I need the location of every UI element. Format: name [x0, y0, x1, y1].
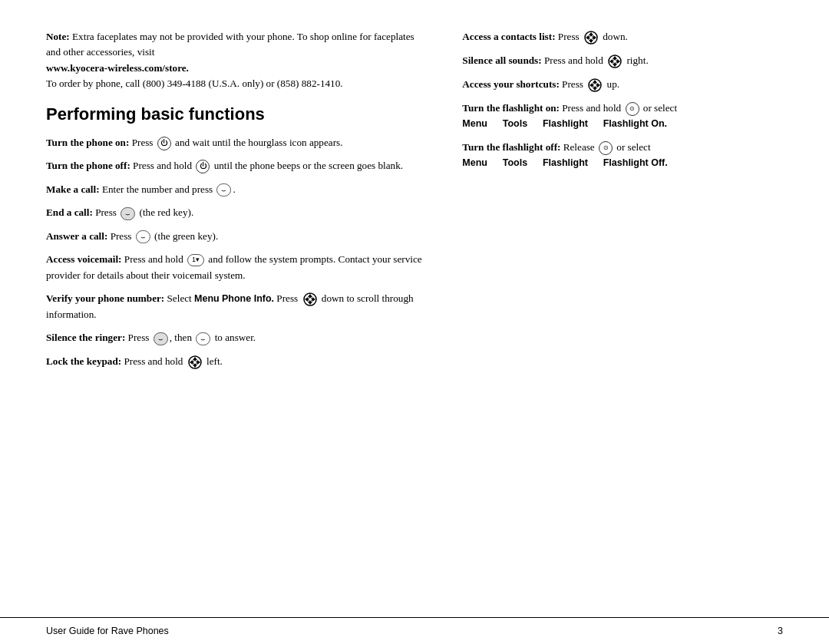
svg-marker-3	[305, 297, 308, 302]
phoneinfo-word: Phone Info.	[222, 293, 274, 304]
menu-word2: Menu	[462, 118, 487, 129]
svg-marker-28	[597, 83, 600, 88]
item-voicemail: Access voicemail: Press and hold 1▾ and …	[46, 252, 422, 283]
note-text1: Extra faceplates may not be provided wit…	[46, 31, 414, 58]
item-label: Access voicemail:	[46, 253, 122, 265]
svg-point-17	[589, 35, 593, 39]
svg-marker-27	[590, 83, 593, 88]
power-icon: ⏻	[157, 137, 171, 150]
item-flashlight-on: Turn the flashlight on: Press and hold ⊙…	[462, 101, 783, 132]
item-contacts: Access a contacts list: Press down.	[462, 29, 783, 45]
tools-word2: Tools	[503, 157, 527, 168]
svg-marker-19	[613, 56, 617, 59]
center-key-icon2: ⊙	[599, 141, 613, 155]
item-label: Lock the keypad:	[46, 355, 121, 367]
svg-marker-13	[589, 32, 593, 35]
svg-marker-21	[609, 59, 613, 64]
svg-marker-20	[613, 64, 617, 67]
svg-marker-14	[589, 40, 593, 43]
item-silence-sounds: Silence all sounds: Press and hold right…	[462, 53, 783, 69]
svg-marker-22	[617, 59, 620, 64]
menu-word: Menu	[194, 293, 220, 304]
item-answer-call: Answer a call: Press ⌣ (the green key).	[46, 229, 422, 244]
note-url: www.kyocera-wireless.com/store.	[46, 62, 189, 74]
svg-marker-2	[308, 302, 312, 305]
item-turn-on: Turn the phone on: Press ⏻ and wait unti…	[46, 135, 422, 150]
nav-key-icon2	[187, 355, 203, 370]
svg-marker-26	[593, 88, 597, 91]
svg-marker-1	[308, 294, 312, 297]
item-lock-keypad: Lock the keypad: Press and hold left.	[46, 354, 422, 370]
item-label: Turn the phone off:	[46, 160, 130, 171]
nav-key-icon3	[583, 30, 599, 45]
note-text2: To order by phone, call (800) 349-4188 (…	[46, 78, 343, 89]
svg-marker-7	[193, 357, 197, 360]
end-key-icon2: ⌣	[154, 332, 168, 345]
send-key-icon3: ⌣	[196, 332, 210, 345]
right-column: Access a contacts list: Press down.	[457, 29, 783, 569]
item-shortcuts: Access your shortcuts: Press up.	[462, 77, 783, 93]
flashlight-word2: Flashlight	[543, 157, 588, 168]
footer-right: 3	[778, 626, 783, 636]
section-heading: Performing basic functions	[46, 104, 422, 124]
item-label: Access a contacts list:	[462, 31, 555, 42]
svg-marker-15	[586, 35, 589, 40]
flashlight-word: Flashlight	[543, 118, 588, 129]
send-key-icon2: ⌣	[136, 230, 150, 243]
item-phone-number: Verify your phone number: Select Menu Ph…	[46, 291, 422, 322]
flashlight-on-word: Flashlight On.	[603, 118, 667, 129]
item-make-call: Make a call: Enter the number and press …	[46, 182, 422, 197]
flashlight-off-word: Flashlight Off.	[603, 157, 668, 168]
svg-point-29	[593, 83, 597, 87]
footer: User Guide for Rave Phones 3	[0, 617, 829, 644]
item-label: End a call:	[46, 206, 93, 218]
menu-word3: Menu	[462, 157, 487, 168]
item-label: Access your shortcuts:	[462, 78, 560, 90]
item-label: Silence the ringer:	[46, 332, 125, 343]
nav-key-icon4	[607, 54, 623, 69]
item-label: Make a call:	[46, 183, 100, 195]
footer-left: User Guide for Rave Phones	[46, 626, 169, 636]
svg-marker-10	[197, 360, 200, 365]
item-flashlight-off: Turn the flashlight off: Release ⊙ or se…	[462, 140, 783, 171]
tools-word: Tools	[503, 118, 527, 129]
item-label: Silence all sounds:	[462, 54, 541, 66]
page: Note: Extra faceplates may not be provid…	[0, 0, 829, 644]
left-column: Note: Extra faceplates may not be provid…	[46, 29, 430, 569]
end-key-icon: ⌣	[121, 207, 135, 220]
item-label: Answer a call:	[46, 230, 107, 242]
nav-key-icon	[302, 292, 318, 307]
item-label: Turn the flashlight on:	[462, 102, 560, 114]
nav-key-icon5	[587, 78, 603, 93]
item-turn-off: Turn the phone off: Press and hold ⏻ unt…	[46, 158, 422, 173]
svg-point-11	[193, 360, 197, 364]
svg-marker-8	[193, 365, 197, 368]
svg-point-23	[613, 59, 617, 63]
svg-marker-9	[190, 360, 193, 365]
svg-point-5	[308, 297, 312, 301]
item-label: Turn the flashlight off:	[462, 141, 560, 153]
note-label: Note:	[46, 31, 70, 42]
svg-marker-16	[593, 35, 596, 40]
svg-marker-4	[312, 297, 315, 302]
power-icon: ⏻	[196, 160, 210, 173]
item-label: Turn the phone on:	[46, 137, 129, 148]
content-area: Note: Extra faceplates may not be provid…	[46, 29, 783, 569]
item-silence-ringer: Silence the ringer: Press ⌣, then ⌣ to a…	[46, 330, 422, 345]
item-end-call: End a call: Press ⌣ (the red key).	[46, 205, 422, 220]
note-section: Note: Extra faceplates may not be provid…	[46, 29, 422, 92]
center-key-icon: ⊙	[626, 102, 639, 116]
item-label: Verify your phone number:	[46, 292, 164, 304]
svg-marker-25	[593, 80, 597, 83]
voicemail-key-icon: 1▾	[187, 254, 204, 266]
send-key-icon: ⌣	[216, 183, 231, 197]
